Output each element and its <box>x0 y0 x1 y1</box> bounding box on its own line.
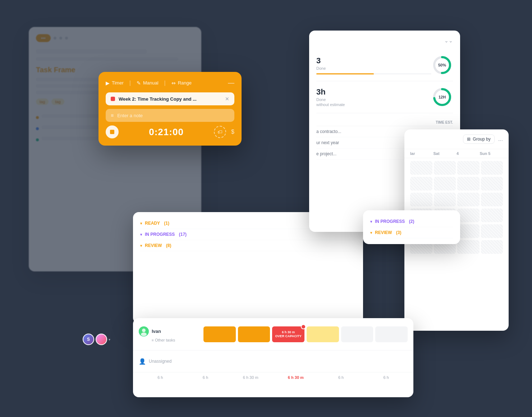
col-sat: Sat <box>434 151 457 156</box>
stop-button[interactable] <box>106 125 119 138</box>
row-label-2: ur next year <box>316 140 339 145</box>
tab-separator: | <box>129 80 131 86</box>
range-icon: ⇔ <box>171 80 176 86</box>
cal-cell <box>481 177 503 191</box>
edit-icon: ✎ <box>137 80 141 86</box>
unassigned-info: 👤 Unassigned <box>139 358 203 365</box>
metric-label-2: Done <box>316 97 431 102</box>
footer-cell-4: 6 h 30 m <box>274 375 317 380</box>
col-4: 4 <box>457 151 480 156</box>
cal-cell <box>481 224 503 238</box>
svg-point-6 <box>141 333 147 336</box>
stop-icon <box>110 130 114 134</box>
over-capacity-label: 6 h 30 mOVER CAPACITY <box>275 330 302 338</box>
person-icon: 👤 <box>139 358 146 365</box>
tab-separator2: | <box>164 80 166 86</box>
group-by-label: Group by <box>473 137 490 142</box>
nav-pill: ••• <box>36 34 51 42</box>
task-name: Week 2: Time Tracking Copy and ... <box>119 96 197 102</box>
status-review-right: ▾ REVIEW (3) <box>370 227 453 238</box>
metric-row-1: 3 Done 50% <box>316 49 453 81</box>
col-lar: lar <box>410 151 434 156</box>
resource-name-ivan: Ivan <box>152 329 161 334</box>
inprog-count: (17) <box>178 232 187 237</box>
status-review: ▾ REVIEW (8) <box>140 240 356 251</box>
resource-footer: 6 h 6 h 6 h 30 m 6 h 30 m 6 h 6 h <box>133 372 413 382</box>
timer-tabs: ▶ Timer | ✎ Manual | ⇔ Range <box>106 80 192 86</box>
bar-seg-6 <box>375 326 408 342</box>
panel-header: ⌄⌄ <box>316 38 453 43</box>
group-by-button[interactable]: ⊞ Group by <box>463 134 494 144</box>
progress-fill-1 <box>316 73 374 74</box>
bar-seg-1 <box>203 326 236 342</box>
avatar-chevron-icon: ▾ <box>109 338 110 342</box>
bar-seg-over: 6 h 30 mOVER CAPACITY <box>272 326 304 342</box>
status-inprogress-right: ▾ IN PROGRESS (2) <box>370 216 453 227</box>
cal-row-1 <box>410 161 503 175</box>
ready-count: (1) <box>163 221 169 226</box>
cal-cell <box>434 161 456 175</box>
row-label-1: a contracto... <box>316 129 341 134</box>
avatar-s: S <box>83 334 94 345</box>
more-options-button[interactable]: ... <box>498 136 503 142</box>
tab-range-label: Range <box>178 80 192 86</box>
calendar-header: lar Sat 4 Sun 5 <box>404 149 509 158</box>
status-groups-panel-right: ▾ IN PROGRESS (2) ▾ REVIEW (3) <box>363 210 460 244</box>
metric-left-2: 3h Done without estimate <box>316 87 431 107</box>
svg-point-5 <box>142 329 146 332</box>
resource-info-ivan: Ivan ≡ Other tasks <box>139 326 203 342</box>
inprog-right-label: IN PROGRESS <box>375 219 405 224</box>
metric-row-2: 3h Done without estimate 12H <box>316 81 453 113</box>
footer-cell-5: 6 h <box>320 375 363 380</box>
inprog-right-count: (2) <box>408 219 414 224</box>
bar-seg-4 <box>307 326 339 342</box>
table-header: TIME EST. <box>316 119 453 126</box>
chevron-right-icon: ▾ <box>370 220 372 224</box>
task-selector[interactable]: Week 2: Time Tracking Copy and ... ✕ <box>106 92 234 105</box>
calendar-toolbar: ⊞ Group by ... <box>404 129 509 149</box>
timer-popup[interactable]: ▶ Timer | ✎ Manual | ⇔ Range — Week 2: T… <box>98 72 242 146</box>
cal-cell <box>457 240 480 254</box>
tag-icon: 🏷 <box>217 129 223 135</box>
cal-cell <box>410 193 432 206</box>
note-placeholder: Enter a note <box>117 113 143 118</box>
top-bar: ••• <box>36 34 194 42</box>
minimize-button[interactable]: — <box>228 79 234 87</box>
cal-cell <box>481 193 503 206</box>
ready-label: READY <box>145 221 160 226</box>
metric-value-2: 3h <box>316 87 431 97</box>
tab-range[interactable]: ⇔ Range <box>171 80 192 86</box>
tag-action-button[interactable]: 🏷 <box>214 126 226 138</box>
over-capacity-badge <box>301 324 306 329</box>
donut-chart-2: 12H <box>431 86 453 108</box>
inprog-label: IN PROGRESS <box>145 232 175 237</box>
avatar-ivan <box>139 326 149 336</box>
task-close-button[interactable]: ✕ <box>225 96 229 102</box>
note-field[interactable]: ≡ Enter a note <box>106 109 234 122</box>
col-time-est: TIME EST. <box>436 120 453 124</box>
avatar-group-left: S ▾ <box>83 334 110 345</box>
review-label: REVIEW <box>145 243 162 248</box>
progress-bar-1 <box>316 73 431 74</box>
avatar-pink <box>96 334 107 345</box>
timer-footer: 0:21:00 🏷 $ <box>106 125 234 138</box>
footer-cell-6: 6 h <box>364 375 408 380</box>
col-sun: Sun 5 <box>480 151 503 156</box>
billing-icon: $ <box>231 129 234 135</box>
review-count: (8) <box>165 243 171 248</box>
bar-seg-2 <box>238 326 270 342</box>
cal-cell <box>457 193 480 206</box>
cal-cell <box>481 208 503 222</box>
resource-sub-ivan: ≡ Other tasks <box>152 338 199 342</box>
expand-icon[interactable]: ⌄⌄ <box>444 38 453 43</box>
resource-row-ivan: Ivan ≡ Other tasks 6 h 30 mOVER CAPACITY <box>133 318 413 350</box>
tab-timer[interactable]: ▶ Timer <box>106 80 124 86</box>
tab-manual[interactable]: ✎ Manual <box>137 80 159 86</box>
cal-cell <box>434 193 456 206</box>
cal-row-2 <box>410 177 503 191</box>
review-right-label: REVIEW <box>375 230 392 235</box>
tab-timer-label: Timer <box>112 80 124 86</box>
note-icon: ≡ <box>111 113 114 118</box>
cal-cell <box>434 177 456 191</box>
cal-cell <box>457 208 480 222</box>
